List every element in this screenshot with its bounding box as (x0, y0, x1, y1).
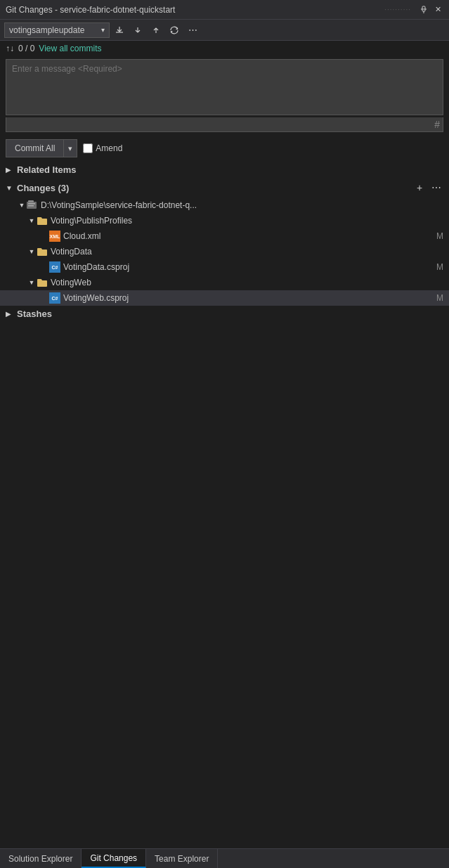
more-options-button[interactable]: ⋯ (184, 22, 201, 38)
amend-group: Amend (83, 143, 122, 153)
stashes-title: Stashes (17, 309, 52, 319)
related-items-title: Related Items (17, 164, 77, 175)
folder-icon (37, 215, 48, 226)
window-title: Git Changes - service-fabric-dotnet-quic… (6, 5, 377, 15)
file-tree: ▼ D:\VotingSample\service-fabric-dotnet-… (0, 197, 449, 306)
root-label: D:\VotingSample\service-fabric-dotnet-q.… (41, 200, 449, 210)
title-bar: Git Changes - service-fabric-dotnet-quic… (0, 0, 449, 20)
stashes-section-header[interactable]: ▶ Stashes (0, 306, 449, 322)
voting-web-csproj-file[interactable]: ▶ C# VotingWeb.csproj M (0, 290, 449, 306)
commit-btn-group: Commit All ▾ (6, 139, 77, 157)
voting-data-label: VotingData (51, 247, 449, 257)
stashes-chevron-icon: ▶ (6, 310, 14, 318)
more-changes-icon[interactable]: ⋯ (429, 181, 443, 195)
voting-data-chevron-icon: ▼ (27, 247, 37, 257)
main-spacer (0, 322, 449, 848)
folder-icon (37, 277, 48, 288)
solution-icon (27, 200, 38, 211)
cloud-xml-label: Cloud.xml (63, 231, 436, 241)
tree-root-item[interactable]: ▼ D:\VotingSample\service-fabric-dotnet-… (0, 197, 449, 213)
push-button[interactable] (148, 22, 164, 38)
csproj-file-icon: C# (49, 261, 60, 273)
voting-data-csproj-label: VotingData.csproj (63, 262, 436, 272)
hashtag-icon[interactable]: # (434, 119, 440, 130)
commit-all-button[interactable]: Commit All (6, 139, 64, 157)
svg-rect-5 (28, 203, 35, 205)
publish-profiles-chevron-icon: ▼ (27, 216, 37, 226)
changes-chevron-icon: ▼ (6, 183, 14, 192)
commits-row: ↑↓ 0 / 0 View all commits (0, 41, 449, 56)
xml-file-icon: XML (49, 231, 60, 242)
changes-actions: + ⋯ (412, 181, 443, 195)
related-items-section-header[interactable]: ▶ Related Items (0, 162, 449, 178)
hashtag-area: # (6, 117, 443, 132)
svg-rect-6 (28, 205, 34, 207)
branch-dropdown[interactable]: votingsampleupdate ▾ (4, 22, 110, 38)
voting-data-csproj-file[interactable]: ▶ C# VotingData.csproj M (0, 259, 449, 275)
bottom-tabs: Solution Explorer Git Changes Team Explo… (0, 848, 449, 868)
fetch-button[interactable] (111, 22, 128, 38)
team-explorer-tab[interactable]: Team Explorer (146, 849, 218, 868)
voting-web-chevron-icon: ▼ (27, 278, 37, 287)
resize-handle: ·········· (382, 6, 414, 13)
related-items-chevron-icon: ▶ (6, 166, 14, 174)
commit-all-dropdown-button[interactable]: ▾ (64, 139, 77, 157)
commits-count: 0 / 0 (18, 44, 34, 53)
add-all-icon[interactable]: + (412, 181, 427, 195)
svg-rect-4 (28, 200, 34, 202)
commit-message-input[interactable] (6, 59, 443, 115)
voting-web-csproj-label: VotingWeb.csproj (63, 293, 436, 303)
commit-actions: Commit All ▾ Amend (0, 135, 449, 162)
branch-name: votingsampleupdate (9, 25, 98, 35)
title-bar-controls: ✕ (418, 4, 443, 15)
changes-section-header[interactable]: ▼ Changes (3) + ⋯ (0, 178, 449, 197)
view-all-commits-link[interactable]: View all commits (39, 44, 101, 53)
changes-title: Changes (3) (17, 183, 412, 193)
folder-icon (37, 246, 48, 257)
commits-arrows: ↑↓ (6, 44, 14, 53)
git-toolbar: votingsampleupdate ▾ ⋯ (0, 20, 449, 41)
message-area: # (6, 59, 443, 132)
pin-icon[interactable] (418, 4, 429, 15)
branch-dropdown-arrow: ▾ (101, 26, 105, 34)
voting-data-csproj-status: M (436, 262, 443, 272)
publish-profiles-label: Voting\PublishProfiles (51, 216, 449, 226)
amend-label[interactable]: Amend (96, 143, 122, 153)
csproj-file-icon-web: C# (49, 292, 60, 304)
close-icon[interactable]: ✕ (432, 4, 443, 15)
cloud-xml-status: M (436, 231, 443, 241)
pull-button[interactable] (129, 22, 146, 38)
voting-data-folder[interactable]: ▼ VotingData (0, 244, 449, 259)
git-changes-tab[interactable]: Git Changes (82, 849, 146, 868)
sync-button[interactable] (166, 22, 183, 38)
cloud-xml-file[interactable]: ▶ XML Cloud.xml M (0, 228, 449, 244)
voting-publish-profiles-folder[interactable]: ▼ Voting\PublishProfiles (0, 213, 449, 228)
voting-web-label: VotingWeb (51, 278, 449, 287)
commit-dropdown-arrow-icon: ▾ (68, 144, 72, 153)
amend-checkbox[interactable] (83, 143, 93, 153)
solution-explorer-tab[interactable]: Solution Explorer (0, 849, 82, 868)
voting-web-folder[interactable]: ▼ VotingWeb (0, 275, 449, 290)
root-chevron-icon: ▼ (17, 200, 27, 210)
voting-web-csproj-status: M (436, 293, 443, 303)
